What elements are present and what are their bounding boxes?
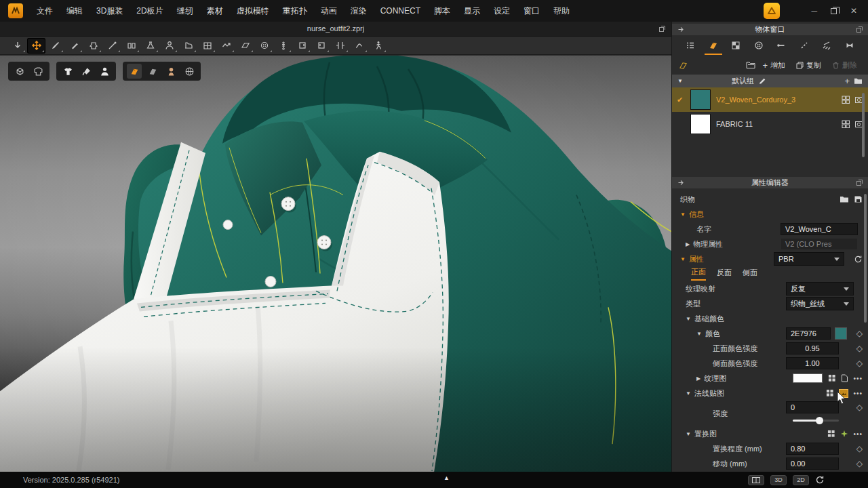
- pattern-assign-icon[interactable]: [842, 96, 850, 104]
- tab-graphic[interactable]: [726, 36, 746, 55]
- object-list-scrollbar[interactable]: [862, 93, 865, 157]
- collapse-icon[interactable]: ▼: [680, 211, 686, 218]
- tab-scene-list[interactable]: [680, 36, 701, 55]
- menu-display[interactable]: 显示: [457, 5, 487, 17]
- delete-fabric-button[interactable]: 删除: [828, 60, 861, 70]
- open-preset-icon[interactable]: [840, 195, 849, 203]
- property-editor-float-icon[interactable]: [856, 179, 863, 186]
- normal-strength-slider[interactable]: [793, 420, 839, 422]
- tab-button[interactable]: [749, 36, 769, 55]
- offset-input[interactable]: 0.00: [786, 458, 839, 470]
- collapse-icon[interactable]: ▼: [686, 316, 691, 322]
- monochrome-surface-icon[interactable]: [145, 64, 160, 79]
- fabric-swatch[interactable]: [690, 89, 711, 110]
- menu-material[interactable]: 素材: [200, 5, 230, 17]
- menu-settings[interactable]: 设定: [487, 5, 517, 17]
- shader-dropdown[interactable]: PBR: [774, 252, 844, 266]
- more-options-icon[interactable]: •••: [853, 390, 863, 397]
- more-options-icon[interactable]: •••: [853, 375, 863, 382]
- menu-sewing[interactable]: 缝纫: [170, 5, 200, 17]
- fabric-swatch[interactable]: [690, 114, 711, 134]
- tool-garment[interactable]: [84, 38, 102, 54]
- view-2d-button[interactable]: 2D: [793, 475, 809, 485]
- add-fabric-button[interactable]: + 增加: [758, 60, 789, 70]
- menu-retopology[interactable]: 重拓扑: [276, 5, 314, 17]
- tab-fabric[interactable]: [703, 36, 724, 55]
- tool-zipper[interactable]: [274, 38, 292, 54]
- textured-surface-icon[interactable]: [127, 64, 142, 79]
- mesh-view-icon[interactable]: [12, 64, 27, 79]
- fabric-row-v2-woven-corduroy-3[interactable]: ✔ V2_Woven_Corduroy_3: [672, 87, 868, 112]
- tab-side-face[interactable]: 侧面: [743, 268, 757, 280]
- expand-icon[interactable]: ▶: [686, 241, 690, 247]
- project-tab[interactable]: nurse_outfit2.zprj: [0, 24, 671, 33]
- menu-render[interactable]: 渲染: [344, 5, 374, 17]
- pattern-assign-icon[interactable]: [842, 120, 850, 129]
- tool-layer-garment[interactable]: [122, 38, 140, 54]
- tab-float-icon[interactable]: [658, 25, 666, 33]
- keyframe-diamond-icon[interactable]: ◇: [856, 403, 863, 412]
- panel-arrow-icon[interactable]: [677, 179, 685, 186]
- tool-fold[interactable]: [236, 38, 254, 54]
- collapse-icon[interactable]: ▼: [686, 390, 691, 396]
- menu-window[interactable]: 窗口: [517, 5, 547, 17]
- save-preset-icon[interactable]: [854, 195, 863, 203]
- expand-icon[interactable]: ▶: [696, 375, 701, 382]
- tool-flatten[interactable]: [217, 38, 235, 54]
- garment-show-icon[interactable]: [60, 64, 75, 79]
- menu-avatar[interactable]: 虚拟模特: [230, 5, 276, 17]
- tab-trim-bow[interactable]: [840, 36, 860, 55]
- menu-file[interactable]: 文件: [30, 5, 60, 17]
- keyframe-diamond-icon[interactable]: ◇: [856, 329, 863, 338]
- tool-brush[interactable]: [46, 38, 64, 54]
- split-view-button[interactable]: [748, 475, 764, 485]
- collapse-icon[interactable]: ▼: [686, 431, 691, 437]
- avatar-skin-icon[interactable]: [163, 64, 178, 79]
- fabric-name[interactable]: V2_Woven_Corduroy_3: [716, 96, 836, 104]
- normal-strength-input[interactable]: 0: [786, 401, 839, 413]
- tool-pleat[interactable]: [331, 38, 349, 54]
- tool-avatar[interactable]: [160, 38, 178, 54]
- physical-preset-field[interactable]: V2 (CLO Pres: [781, 238, 858, 250]
- tab-puckering[interactable]: [816, 36, 837, 55]
- fabric-group-header[interactable]: ▼ 默认组 +: [672, 75, 868, 87]
- displacement-amount-input[interactable]: 0.80: [786, 443, 839, 455]
- tool-button[interactable]: [255, 38, 273, 54]
- close-button[interactable]: ✕: [850, 6, 857, 16]
- tab-topstitch[interactable]: [794, 36, 814, 55]
- normal-grid-icon[interactable]: [826, 389, 834, 397]
- tab-front-face[interactable]: 正面: [691, 267, 706, 281]
- more-options-icon[interactable]: •••: [853, 430, 863, 438]
- displacement-grid-icon[interactable]: [827, 430, 835, 438]
- property-scrollbar[interactable]: [864, 194, 867, 323]
- menu-2d-pattern[interactable]: 2D板片: [130, 5, 170, 17]
- reset-icon[interactable]: [854, 255, 863, 264]
- keyframe-diamond-icon[interactable]: ◇: [856, 344, 863, 353]
- view-3d-button[interactable]: 3D: [770, 475, 787, 485]
- side-color-strength-input[interactable]: 1.00: [786, 357, 839, 369]
- color-swatch[interactable]: [835, 327, 847, 340]
- front-color-strength-input[interactable]: 0.95: [786, 342, 839, 354]
- add-group-icon[interactable]: +: [844, 76, 850, 86]
- keyframe-diamond-icon[interactable]: ◇: [856, 459, 863, 468]
- copy-fabric-button[interactable]: 复制: [792, 60, 825, 70]
- garment-3d-view[interactable]: [0, 56, 671, 472]
- wireframe-globe-icon[interactable]: [182, 64, 197, 79]
- texture-slot[interactable]: [793, 373, 823, 383]
- minimize-button[interactable]: ─: [811, 6, 817, 16]
- group-folder-icon[interactable]: [854, 77, 863, 85]
- panel-arrow-icon[interactable]: [677, 26, 685, 33]
- fabric-name[interactable]: FABRIC 11: [716, 120, 836, 128]
- expand-panel-arrow[interactable]: ▲: [443, 474, 450, 481]
- tool-pen[interactable]: [65, 38, 83, 54]
- fabric-row-fabric-11[interactable]: FABRIC 11: [672, 112, 868, 136]
- keyframe-diamond-icon[interactable]: ◇: [856, 359, 863, 368]
- tool-pin[interactable]: [103, 38, 121, 54]
- tool-texture-grid[interactable]: [198, 38, 216, 54]
- avatar-show-icon[interactable]: [97, 64, 112, 79]
- thickness-view-icon[interactable]: [31, 64, 45, 79]
- generate-map-icon[interactable]: [840, 430, 848, 438]
- keyframe-diamond-icon[interactable]: ◇: [856, 444, 863, 453]
- rename-group-icon[interactable]: [758, 77, 766, 85]
- menu-connect[interactable]: CONNECT: [374, 6, 427, 16]
